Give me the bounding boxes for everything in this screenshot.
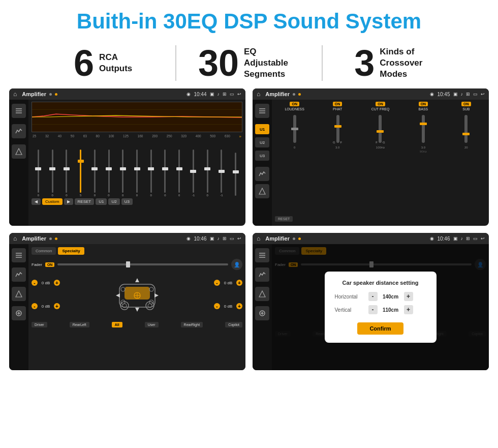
crossover-sidebar-btn3[interactable]	[255, 184, 269, 198]
rr-minus[interactable]: -	[214, 303, 220, 309]
custom-btn[interactable]: Custom	[42, 198, 63, 205]
fr-minus[interactable]: -	[214, 280, 220, 286]
slider-10[interactable]: 0	[159, 150, 172, 197]
rearleft-btn[interactable]: RearLeft	[70, 322, 89, 327]
u2-select[interactable]: U2	[255, 137, 269, 147]
u3-select[interactable]: U3	[255, 151, 269, 161]
dialog-sidebar-btn3[interactable]	[255, 287, 269, 301]
page-title: Buith-in 30EQ DSP Sound System	[0, 0, 498, 40]
dialog-sidebar	[253, 244, 272, 370]
slider-8[interactable]: 0	[130, 150, 144, 197]
speaker-sidebar-btn2[interactable]	[12, 267, 26, 282]
left-controls: - 0 dB + - 0 dB +	[32, 280, 72, 309]
dialog-sidebar-btn2[interactable]	[255, 267, 269, 282]
tab-specialty[interactable]: Specialty	[58, 247, 84, 255]
driver-btn[interactable]: Driver	[32, 322, 47, 327]
slider-14[interactable]: -1	[215, 150, 229, 197]
slider-11[interactable]: 0	[172, 150, 186, 197]
dialog-sidebar-btn4[interactable]	[255, 306, 269, 320]
fader-toggle[interactable]: ON	[45, 262, 55, 267]
horizontal-value: 140cm	[381, 294, 401, 300]
svg-point-25	[149, 287, 153, 291]
crossover-sidebar-btn2[interactable]	[255, 167, 269, 181]
dialog-sidebar-btn1[interactable]	[255, 248, 269, 262]
slider-1[interactable]: 0	[32, 150, 45, 197]
fader-slider[interactable]	[57, 263, 228, 265]
grid-icon-2: ⊞	[466, 92, 470, 97]
slider-5[interactable]: 0	[88, 150, 102, 197]
fl-minus[interactable]: -	[32, 280, 38, 286]
slider-15[interactable]	[229, 153, 242, 197]
confirm-button[interactable]: Confirm	[357, 322, 403, 335]
vertical-minus[interactable]: -	[368, 305, 378, 314]
all-btn[interactable]: All	[112, 322, 122, 327]
screen-eq: ⌂ Amplifier ◉ 10:44 ▣ ♪ ⊞ ▭ ↩	[9, 88, 245, 226]
car-visual	[74, 274, 200, 315]
play-btn[interactable]: ▶	[64, 198, 73, 205]
speaker-sidebar-btn4[interactable]	[12, 306, 26, 320]
slider-6[interactable]: 0	[102, 150, 116, 197]
cutfreq-on[interactable]: ON	[376, 102, 385, 106]
vertical-plus[interactable]: +	[404, 305, 413, 314]
rearright-btn[interactable]: RearRight	[181, 322, 203, 327]
stats-row: 6 RCAOutputs 30 EQ AdjustableSegments 3 …	[0, 40, 498, 88]
horizontal-minus[interactable]: -	[368, 292, 378, 301]
sub-on[interactable]: ON	[461, 102, 471, 106]
slider-13[interactable]: 0	[201, 150, 214, 197]
slider-4[interactable]: 5	[74, 150, 87, 197]
phat-on[interactable]: ON	[333, 102, 343, 106]
fader-label: Fader	[32, 262, 42, 267]
eq-sidebar-btn2[interactable]	[12, 124, 26, 138]
slider-12[interactable]: -1	[186, 150, 200, 197]
u2-btn[interactable]: U2	[108, 198, 119, 205]
rect-icon-4: ▭	[473, 236, 478, 241]
statusbar-speaker: ⌂ Amplifier ◉ 10:46 ▣ ♪ ⊞ ▭ ↩	[9, 233, 245, 244]
location-icon: ◉	[186, 92, 191, 97]
speaker-icon-btn[interactable]: 👤	[231, 259, 242, 270]
svg-point-22	[146, 302, 154, 310]
loudness-on[interactable]: ON	[290, 102, 299, 106]
stat-number-eq: 30	[198, 45, 239, 81]
slider-9[interactable]: 0	[144, 150, 158, 197]
crossover-reset[interactable]: RESET	[275, 216, 293, 222]
eq-sidebar-btn1[interactable]	[12, 104, 26, 118]
eq-freq-labels: 25 32 40 50 63 80 100 125 160 200 250 32…	[32, 134, 242, 139]
horizontal-plus[interactable]: +	[404, 292, 413, 301]
tab-common[interactable]: Common	[32, 247, 56, 255]
camera-icon-2: ▣	[453, 92, 458, 97]
fr-plus[interactable]: +	[236, 280, 242, 286]
u1-btn[interactable]: U1	[96, 198, 107, 205]
copilot-btn[interactable]: Copilot	[225, 322, 242, 327]
bass-on[interactable]: ON	[419, 102, 428, 106]
u1-select[interactable]: U1	[255, 124, 269, 134]
svg-marker-3	[16, 148, 22, 155]
slider-2[interactable]: 0	[46, 150, 59, 197]
slider-3[interactable]: 0	[59, 150, 73, 197]
back-icon-3: ↩	[237, 236, 241, 241]
eq-sidebar-btn3[interactable]	[12, 144, 26, 159]
eq-dot2	[55, 93, 57, 96]
prev-btn[interactable]: ◀	[32, 198, 41, 205]
slider-7[interactable]: 0	[116, 150, 130, 197]
fl-plus[interactable]: +	[54, 280, 60, 286]
volume-icon-4: ♪	[461, 236, 463, 241]
u3-btn[interactable]: U3	[121, 198, 133, 205]
rl-minus[interactable]: -	[32, 303, 38, 309]
volume-icon-3: ♪	[217, 236, 220, 241]
svg-point-20	[120, 302, 129, 310]
speaker-dot1	[49, 237, 52, 240]
rl-plus[interactable]: +	[54, 303, 60, 309]
eq-content: 25 32 40 50 63 80 100 125 160 200 250 32…	[9, 100, 245, 226]
screen-crossover: ⌂ Amplifier ◉ 10:45 ▣ ♪ ⊞ ▭ ↩ U1 U2 U3	[253, 88, 489, 226]
screen4-background: Common Specialty Fader ON 👤	[272, 244, 489, 370]
speaker-sidebar-btn1[interactable]	[12, 248, 26, 262]
crossover-sidebar-btn1[interactable]	[255, 104, 269, 118]
crossover-content: U1 U2 U3 ON LOUDNESS 0	[253, 100, 489, 226]
reset-btn[interactable]: RESET	[75, 198, 95, 205]
svg-marker-34	[154, 293, 159, 297]
speaker-sidebar-btn3[interactable]	[12, 287, 26, 301]
eq-graph	[32, 102, 242, 132]
rr-plus[interactable]: +	[236, 303, 242, 309]
phat-label: PHAT	[333, 107, 342, 111]
user-btn[interactable]: User	[145, 322, 159, 327]
